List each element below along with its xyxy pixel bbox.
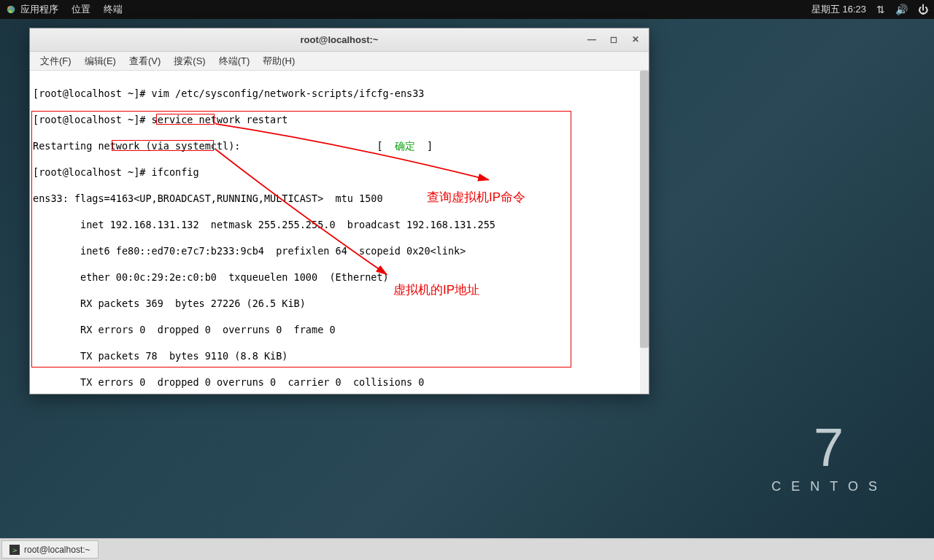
term-line: inet 192.168.131.132 netmask 255.255.255… (33, 218, 638, 231)
window-title: root@localhost:~ (301, 34, 379, 45)
window-menubar: 文件(F) 编辑(E) 查看(V) 搜索(S) 终端(T) 帮助(H) (30, 52, 649, 71)
menu-file[interactable]: 文件(F) (34, 53, 77, 69)
network-icon[interactable]: ⇅ (876, 4, 885, 15)
svg-text:＞: ＞ (11, 545, 19, 554)
centos-desktop-logo: 7 CENTOS (771, 421, 887, 494)
term-line: ether 00:0c:29:2e:c0:b0 txqueuelen 1000 … (33, 271, 638, 284)
gnome-topbar: 应用程序 位置 终端 星期五 16:23 ⇅ 🔊 ⏻ (0, 0, 934, 19)
taskbar-item-label: root@localhost:~ (24, 545, 90, 555)
gnome-apps-icon (6, 4, 16, 15)
menu-edit[interactable]: 编辑(E) (79, 53, 122, 69)
taskbar-item-terminal[interactable]: ＞ root@localhost:~ (1, 540, 99, 559)
term-line: [root@localhost ~]# vim /etc/sysconfig/n… (33, 87, 638, 100)
volume-icon[interactable]: 🔊 (895, 4, 908, 15)
bottom-taskbar: ＞ root@localhost:~ (0, 538, 934, 560)
menu-help[interactable]: 帮助(H) (257, 53, 301, 69)
term-line: ens33: flags=4163<UP,BROADCAST,RUNNING,M… (33, 192, 638, 205)
centos-version: 7 (771, 421, 887, 475)
close-button[interactable]: ✕ (625, 31, 646, 47)
centos-distro-name: CENTOS (771, 479, 887, 494)
term-line: TX errors 0 dropped 0 overruns 0 carrier… (33, 376, 638, 389)
svg-point-1 (8, 7, 11, 9)
term-line: [root@localhost ~]# service network rest… (33, 113, 638, 126)
minimize-button[interactable]: — (582, 31, 602, 47)
scrollbar-thumb[interactable] (640, 71, 649, 348)
menu-view[interactable]: 查看(V) (123, 53, 166, 69)
svg-point-2 (12, 7, 15, 10)
terminal-output: [root@localhost ~]# vim /etc/sysconfig/n… (33, 74, 638, 394)
terminal-viewport[interactable]: [root@localhost ~]# vim /etc/sysconfig/n… (30, 71, 649, 394)
term-line: Restarting network (via systemctl): [ 确定… (33, 139, 638, 152)
terminal-icon: ＞ (9, 545, 20, 555)
topbar-places[interactable]: 位置 (72, 3, 90, 16)
term-line: TX packets 78 bytes 9110 (8.8 KiB) (33, 349, 638, 362)
topbar-applications[interactable]: 应用程序 (20, 3, 58, 16)
menu-search[interactable]: 搜索(S) (168, 53, 211, 69)
term-line: inet6 fe80::ed70:e7c7:b233:9cb4 prefixle… (33, 244, 638, 257)
terminal-window: root@localhost:~ — ◻ ✕ 文件(F) 编辑(E) 查看(V)… (29, 28, 649, 394)
svg-point-3 (9, 10, 12, 13)
menu-terminal[interactable]: 终端(T) (213, 53, 256, 69)
topbar-terminal[interactable]: 终端 (104, 3, 123, 16)
power-icon[interactable]: ⏻ (918, 4, 928, 15)
term-line: RX errors 0 dropped 0 overruns 0 frame 0 (33, 323, 638, 336)
status-ok: 确定 (395, 140, 415, 152)
topbar-clock[interactable]: 星期五 16:23 (811, 3, 866, 16)
term-line: [root@localhost ~]# ifconfig (33, 166, 638, 179)
maximize-button[interactable]: ◻ (603, 31, 624, 47)
window-titlebar[interactable]: root@localhost:~ — ◻ ✕ (30, 28, 649, 52)
term-line: RX packets 369 bytes 27226 (26.5 KiB) (33, 297, 638, 310)
